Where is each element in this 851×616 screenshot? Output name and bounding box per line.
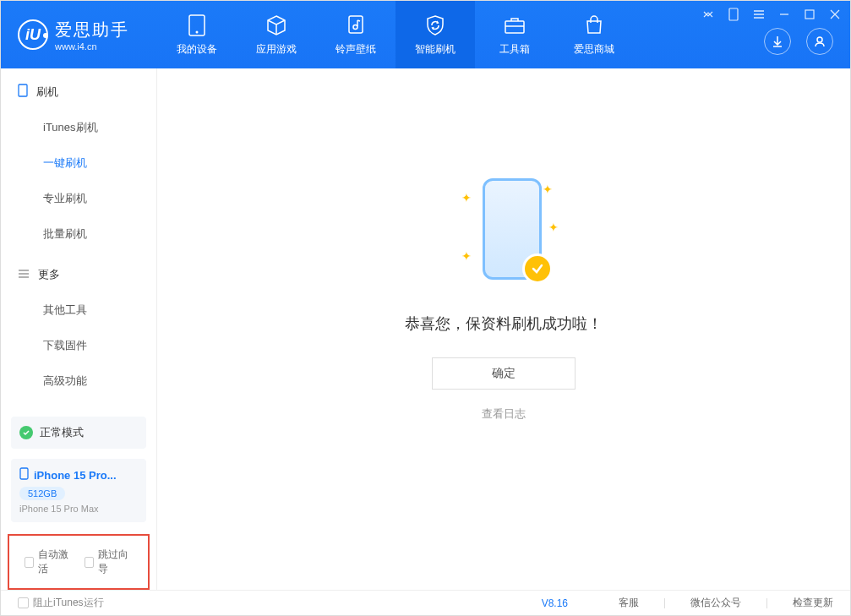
sidebar-item-download-firmware[interactable]: 下载固件: [1, 328, 156, 363]
nav-toolbox[interactable]: 工具箱: [475, 1, 554, 68]
checkbox-label: 跳过向导: [98, 548, 133, 576]
status-check-icon: [19, 426, 33, 439]
maximize-button[interactable]: [801, 6, 818, 23]
sidebar: 刷机 iTunes刷机 一键刷机 专业刷机 批量刷机 更多 其他工具 下载固件 …: [1, 68, 157, 590]
minimize-button[interactable]: [776, 6, 793, 23]
device-card[interactable]: iPhone 15 Pro... 512GB iPhone 15 Pro Max: [11, 459, 146, 522]
cube-icon: [265, 14, 288, 37]
briefcase-icon: [503, 14, 526, 37]
svg-rect-6: [729, 8, 738, 20]
check-update-link[interactable]: 检查更新: [793, 596, 833, 610]
phone-icon: [185, 14, 209, 37]
logo-area: iU 爱思助手 www.i4.cn: [1, 19, 157, 52]
sidebar-group-more[interactable]: 更多: [1, 252, 156, 292]
group-title: 刷机: [36, 84, 58, 100]
main-content: ✦ ✦ ✦ ✦ 恭喜您，保资料刷机成功啦！ 确定 查看日志: [157, 68, 850, 590]
success-illustration: ✦ ✦ ✦ ✦: [436, 170, 571, 288]
skip-wizard-checkbox[interactable]: 跳过向导: [85, 548, 133, 576]
device-model: iPhone 15 Pro Max: [19, 504, 138, 514]
wechat-link[interactable]: 微信公众号: [690, 596, 741, 610]
menu-small-icon: [18, 269, 30, 281]
auto-activate-checkbox[interactable]: 自动激活: [25, 548, 73, 576]
nav-label: 我的设备: [177, 42, 217, 57]
window-controls: [700, 6, 843, 23]
device-phone-icon: [19, 467, 29, 482]
sidebar-item-advanced[interactable]: 高级功能: [1, 363, 156, 399]
header-actions: [764, 28, 833, 55]
checkbox-label: 阻止iTunes运行: [33, 596, 104, 610]
ok-button[interactable]: 确定: [432, 357, 576, 390]
app-title: 爱思助手: [55, 19, 129, 41]
sidebar-item-itunes-flash[interactable]: iTunes刷机: [1, 110, 156, 145]
shopping-bag-icon: [582, 14, 606, 37]
shield-refresh-icon: [423, 14, 447, 37]
status-card[interactable]: 正常模式: [11, 417, 146, 449]
close-button[interactable]: [826, 6, 843, 23]
sidebar-item-batch-flash[interactable]: 批量刷机: [1, 216, 156, 252]
nav-ringtones[interactable]: 铃声壁纸: [316, 1, 395, 68]
sparkle-icon: ✦: [543, 183, 553, 196]
nav-label: 工具箱: [499, 42, 530, 57]
nav-store[interactable]: 爱思商城: [554, 1, 634, 68]
app-logo-icon: iU: [18, 19, 48, 50]
app-subtitle: www.i4.cn: [55, 41, 129, 52]
checkbox-box: [25, 557, 34, 568]
device-storage-badge: 512GB: [19, 487, 65, 500]
nav-apps[interactable]: 应用游戏: [237, 1, 316, 68]
nav-label: 铃声壁纸: [335, 42, 376, 57]
svg-point-1: [196, 30, 199, 33]
phone-small-icon: [18, 84, 28, 100]
version-label: V8.16: [542, 597, 568, 609]
check-badge-icon: [522, 253, 553, 284]
footer: 阻止iTunes运行 V8.16 客服 微信公众号 检查更新: [1, 590, 850, 615]
svg-point-5: [817, 37, 822, 42]
device-name: iPhone 15 Pro...: [34, 469, 117, 482]
nav-tabs: 我的设备 应用游戏 铃声壁纸 智能刷机 工具箱: [157, 1, 634, 68]
svg-rect-7: [805, 10, 814, 19]
profile-button[interactable]: [806, 28, 833, 55]
nav-my-device[interactable]: 我的设备: [157, 1, 237, 68]
sidebar-item-oneclick-flash[interactable]: 一键刷机: [1, 145, 156, 181]
success-message: 恭喜您，保资料刷机成功啦！: [405, 313, 603, 334]
sparkle-icon: ✦: [461, 191, 472, 204]
checkbox-box: [85, 557, 94, 568]
svg-rect-8: [19, 84, 27, 96]
view-log-link[interactable]: 查看日志: [482, 406, 526, 422]
options-row-highlighted: 自动激活 跳过向导: [8, 534, 150, 590]
nav-label: 智能刷机: [415, 42, 456, 57]
svg-rect-9: [20, 468, 28, 479]
block-itunes-checkbox[interactable]: 阻止iTunes运行: [18, 596, 104, 610]
nav-flash[interactable]: 智能刷机: [395, 1, 475, 68]
nav-label: 应用游戏: [256, 42, 297, 57]
music-note-icon: [344, 14, 368, 37]
phone-icon[interactable]: [725, 6, 742, 23]
checkbox-label: 自动激活: [38, 548, 73, 576]
group-title: 更多: [38, 267, 60, 282]
svg-point-3: [353, 25, 357, 29]
download-button[interactable]: [764, 28, 791, 55]
nav-label: 爱思商城: [574, 42, 614, 57]
menu-icon[interactable]: [750, 6, 767, 23]
sparkle-icon: ✦: [461, 249, 472, 263]
support-link[interactable]: 客服: [619, 596, 639, 610]
sidebar-group-flash[interactable]: 刷机: [1, 68, 156, 110]
svg-rect-4: [505, 21, 524, 33]
compact-icon[interactable]: [700, 6, 717, 23]
status-label: 正常模式: [40, 425, 84, 440]
sidebar-item-other-tools[interactable]: 其他工具: [1, 292, 156, 328]
titlebar: iU 爱思助手 www.i4.cn 我的设备 应用游戏 铃声壁纸: [1, 1, 850, 68]
checkbox-box: [18, 597, 29, 608]
sidebar-item-pro-flash[interactable]: 专业刷机: [1, 181, 156, 216]
sparkle-icon: ✦: [548, 221, 559, 234]
